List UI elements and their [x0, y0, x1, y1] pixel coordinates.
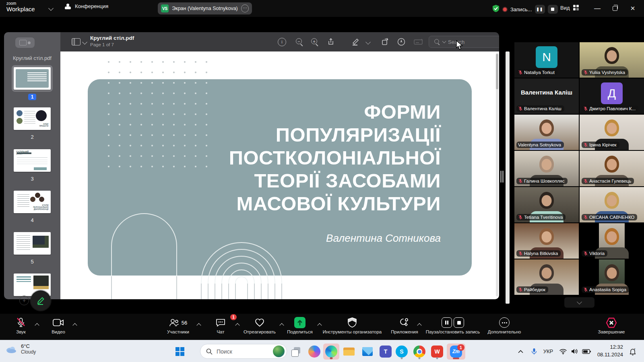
pdf-thumbnail-5[interactable]: 5	[4, 230, 60, 265]
clock[interactable]: 12:32 08.11.2024	[597, 343, 623, 359]
zoom-in-button[interactable]: +	[311, 32, 319, 51]
pdf-thumbnail-1[interactable]: 1	[4, 65, 60, 100]
participant-tile[interactable]: Valentyna Sotnykova	[514, 115, 579, 150]
react-button[interactable]: Отреагировать	[238, 317, 281, 334]
participant-tile[interactable]: ОКСАНА САВЧЕНКО	[580, 187, 644, 222]
wps-button[interactable]: W	[429, 343, 445, 360]
toggle-sidebar-button[interactable]	[72, 32, 87, 51]
weather-widget[interactable]: 6°C Cloudy	[5, 343, 36, 355]
host-tools-button[interactable]: Инструменты организатора	[320, 317, 384, 334]
tab-screen-share[interactable]: VS Экран (Valentyna Sotnykova) ⋯	[158, 2, 252, 14]
end-meeting-button[interactable]: Завершение	[595, 317, 628, 334]
participant-name-label: Viktoria	[582, 250, 607, 257]
video-options-caret[interactable]	[72, 323, 77, 327]
ellipsis-icon[interactable]: ⋯	[241, 4, 249, 12]
language-indicator[interactable]: УКР	[540, 340, 556, 362]
pause-recording-button[interactable]: ❚❚	[535, 5, 545, 14]
restore-button[interactable]	[606, 0, 624, 17]
navigate-tool-button[interactable]	[397, 32, 406, 51]
chrome-button[interactable]	[411, 343, 427, 360]
volume-button[interactable]	[569, 340, 580, 362]
pdf-page-canvas[interactable]: ФОРМИ ПОПУЛЯРИЗАЦІЇ ПОСТКОЛОНІАЛЬНОЇ ТЕО…	[60, 51, 499, 299]
highlight-tool-button[interactable]	[351, 32, 360, 51]
participant-tile[interactable]: Viktoria	[580, 223, 644, 259]
rotate-button[interactable]	[381, 32, 389, 51]
notifications-button[interactable]: z	[625, 340, 640, 362]
pdf-thumbnail-3[interactable]: СУСПІЛЬНИЙ ЗАПИТ3	[4, 147, 60, 182]
zoom-app-button[interactable]: Zm 1	[447, 343, 465, 360]
pdf-search-input[interactable]	[447, 39, 499, 45]
teams-button[interactable]: T	[378, 343, 394, 360]
participants-button[interactable]: 56 Участники	[159, 317, 197, 334]
search-icon	[434, 39, 440, 45]
thumbnail-page[interactable]: НАШІ ПРОЕКТИ	[14, 107, 51, 130]
sidebar-view-toggle-button[interactable]	[15, 37, 35, 48]
tray-microphone-icon	[531, 348, 537, 355]
battery-button[interactable]	[580, 340, 592, 362]
highlight-options-button[interactable]	[366, 32, 370, 51]
chat-button[interactable]: 1 Чат	[208, 317, 233, 334]
pdf-thumbnail-4[interactable]: ЕТАПИ ПЕРСОНАЛЬНОЇ ДЕКОЛОНІЗАЦІЇ4	[4, 189, 60, 223]
stop-icon[interactable]	[454, 317, 464, 328]
pdf-search-field[interactable]	[429, 36, 499, 48]
edge-button[interactable]	[323, 343, 339, 360]
pause-icon[interactable]	[442, 317, 452, 328]
screen-share-tab-label: Экран (Valentyna Sotnykova)	[172, 6, 238, 11]
wifi-button[interactable]	[557, 340, 569, 362]
participant-tile[interactable]: NNataliya Torkut	[514, 42, 579, 78]
panel-resize-handle[interactable]	[500, 171, 504, 183]
skype-button[interactable]: S	[394, 343, 410, 360]
scrollbar-thumb[interactable]	[496, 54, 498, 89]
thumbnail-page[interactable]: ЕТАПИ ПЕРСОНАЛЬНОЇ ДЕКОЛОНІЗАЦІЇ	[14, 191, 51, 213]
file-explorer-button[interactable]	[341, 343, 357, 360]
more-button[interactable]: Дополнительно	[481, 317, 528, 334]
start-button[interactable]	[172, 343, 188, 360]
annotation-pencil-button[interactable]	[31, 290, 51, 311]
participant-tile[interactable]: ДДмитро Павлович К...	[580, 78, 644, 114]
form-fill-button[interactable]	[414, 32, 423, 51]
participant-tile[interactable]: Валентина КалішВалентина Каліш	[514, 78, 579, 114]
taskbar-search[interactable]	[200, 344, 287, 359]
close-button[interactable]: ✕	[624, 0, 642, 17]
copilot-icon	[308, 346, 320, 358]
edge-icon	[325, 346, 337, 358]
video-button[interactable]: Видео	[45, 317, 72, 334]
thumbnail-page[interactable]: СУСПІЛЬНИЙ ЗАПИТ	[14, 149, 51, 172]
participant-tile[interactable]: Tetiana Tveritinova	[514, 187, 579, 222]
pause-stop-recording-button[interactable]: Пауза/остановить запись	[415, 317, 491, 334]
thumbnail-page[interactable]	[14, 232, 51, 255]
participant-tile[interactable]: Yuliia Vyshnytska	[580, 42, 644, 78]
task-view-button[interactable]	[288, 343, 304, 360]
participant-tile[interactable]: Ірина Кірічек	[580, 115, 644, 150]
minimize-button[interactable]: —	[588, 0, 606, 17]
copilot-button[interactable]	[306, 343, 322, 360]
security-shield-icon[interactable]	[492, 4, 500, 12]
view-button[interactable]: Вид	[560, 5, 579, 11]
participant-tile[interactable]: Галина Шовкопляс	[514, 151, 579, 186]
zoom-out-button[interactable]: –	[295, 32, 303, 51]
share-export-button[interactable]	[327, 32, 335, 51]
tab-conference[interactable]: Конференция	[64, 3, 108, 9]
taskbar-search-input[interactable]	[216, 348, 266, 355]
pdf-thumbnail-2[interactable]: НАШІ ПРОЕКТИ2	[4, 105, 60, 140]
scroll-participants-down-button[interactable]	[564, 297, 594, 308]
audio-options-caret[interactable]	[35, 323, 39, 327]
thumbnail-page[interactable]	[14, 67, 51, 90]
audio-button[interactable]: Звук	[9, 317, 33, 334]
participant-tile[interactable]: Райбедюк	[514, 259, 579, 295]
tray-microphone-button[interactable]	[528, 340, 540, 362]
mail-button[interactable]	[359, 343, 376, 360]
scrollbar-track[interactable]	[496, 53, 498, 296]
tray-expand-button[interactable]	[514, 340, 526, 362]
share-screen-button[interactable]: Поделиться	[282, 317, 318, 334]
participant-tile[interactable]: Anastasiia Sopiga	[580, 259, 644, 295]
chevron-down-icon[interactable]	[48, 6, 54, 11]
participant-tile[interactable]: Анастасія Гулевець	[580, 151, 644, 186]
participant-tile[interactable]: Halyna Bitkivska	[514, 223, 579, 259]
weather-condition: Cloudy	[21, 349, 36, 355]
bing-daily-image[interactable]	[273, 346, 285, 357]
annotation-expand-button[interactable]: +	[19, 296, 29, 305]
participants-options-caret[interactable]	[196, 323, 201, 327]
stop-recording-button[interactable]	[548, 5, 558, 14]
info-button[interactable]: i	[278, 32, 286, 51]
